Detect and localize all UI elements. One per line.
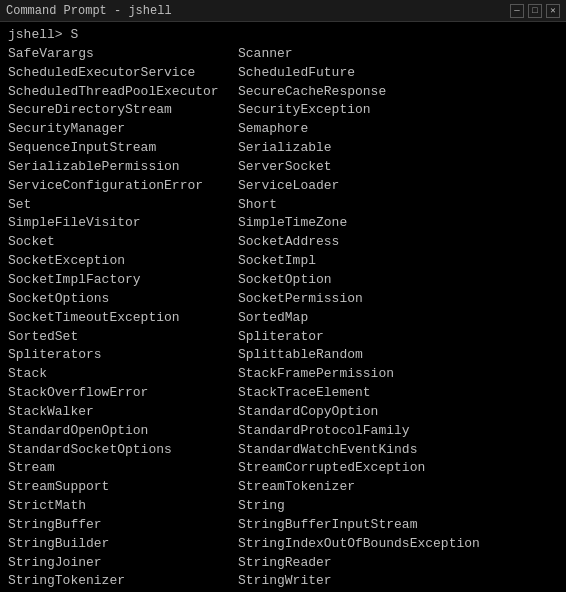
- title-bar-controls: — □ ✕: [510, 4, 560, 18]
- list-item: StandardOpenOption: [8, 422, 238, 441]
- list-item: StackFramePermission: [238, 365, 558, 384]
- list-item: ServerSocket: [238, 158, 558, 177]
- list-item: SecurityException: [238, 101, 558, 120]
- maximize-button[interactable]: □: [528, 4, 542, 18]
- table-row: ScheduledExecutorServiceScheduledFuture: [8, 64, 558, 83]
- list-item: StandardProtocolFamily: [238, 422, 558, 441]
- list-item: SequenceInputStream: [8, 139, 238, 158]
- table-row: StackOverflowErrorStackTraceElement: [8, 384, 558, 403]
- table-row: ScheduledThreadPoolExecutorSecureCacheRe…: [8, 83, 558, 102]
- terminal-content: jshell> S SafeVarargsScannerScheduledExe…: [0, 22, 566, 592]
- table-row: SerializablePermissionServerSocket: [8, 158, 558, 177]
- list-item: SortedMap: [238, 309, 558, 328]
- table-row: SocketImplFactorySocketOption: [8, 271, 558, 290]
- list-item: SecureCacheResponse: [238, 83, 558, 102]
- table-row: StringTokenizerStringWriter: [8, 572, 558, 591]
- list-item: StandardSocketOptions: [8, 441, 238, 460]
- list-item: StreamSupport: [8, 478, 238, 497]
- list-item: SocketOptions: [8, 290, 238, 309]
- list-item: StackOverflowError: [8, 384, 238, 403]
- list-item: SimpleFileVisitor: [8, 214, 238, 233]
- list-item: SocketTimeoutException: [8, 309, 238, 328]
- close-button[interactable]: ✕: [546, 4, 560, 18]
- table-row: SequenceInputStreamSerializable: [8, 139, 558, 158]
- table-row: SocketExceptionSocketImpl: [8, 252, 558, 271]
- list-item: StringWriter: [238, 572, 558, 591]
- list-item: SerializablePermission: [8, 158, 238, 177]
- list-item: Spliterator: [238, 328, 558, 347]
- title-bar: Command Prompt - jshell — □ ✕: [0, 0, 566, 22]
- list-item: SimpleTimeZone: [238, 214, 558, 233]
- list-item: StreamTokenizer: [238, 478, 558, 497]
- list-item: StringJoiner: [8, 554, 238, 573]
- table-row: SocketSocketAddress: [8, 233, 558, 252]
- table-row: SortedSetSpliterator: [8, 328, 558, 347]
- prompt-start: jshell> S: [8, 26, 558, 45]
- list-item: Stream: [8, 459, 238, 478]
- list-item: SocketPermission: [238, 290, 558, 309]
- list-item: Set: [8, 196, 238, 215]
- table-row: StreamStreamCorruptedException: [8, 459, 558, 478]
- list-item: StreamCorruptedException: [238, 459, 558, 478]
- table-row: ServiceConfigurationErrorServiceLoader: [8, 177, 558, 196]
- list-item: StringBuffer: [8, 516, 238, 535]
- table-row: StandardOpenOptionStandardProtocolFamily: [8, 422, 558, 441]
- list-item: SocketImpl: [238, 252, 558, 271]
- list-item: StringIndexOutOfBoundsException: [238, 535, 558, 554]
- list-item: ScheduledFuture: [238, 64, 558, 83]
- list-item: SocketImplFactory: [8, 271, 238, 290]
- list-item: String: [238, 497, 558, 516]
- list-item: StandardWatchEventKinds: [238, 441, 558, 460]
- list-item: SocketOption: [238, 271, 558, 290]
- table-row: SafeVarargsScanner: [8, 45, 558, 64]
- table-row: SetShort: [8, 196, 558, 215]
- list-item: SafeVarargs: [8, 45, 238, 64]
- list-item: StackTraceElement: [238, 384, 558, 403]
- table-row: StreamSupportStreamTokenizer: [8, 478, 558, 497]
- list-item: Spliterators: [8, 346, 238, 365]
- list-item: Serializable: [238, 139, 558, 158]
- table-row: SecurityManagerSemaphore: [8, 120, 558, 139]
- table-row: StringBufferStringBufferInputStream: [8, 516, 558, 535]
- list-item: Scanner: [238, 45, 558, 64]
- list-item: ScheduledThreadPoolExecutor: [8, 83, 238, 102]
- list-item: SocketException: [8, 252, 238, 271]
- table-row: SpliteratorsSplittableRandom: [8, 346, 558, 365]
- table-row: SecureDirectoryStreamSecurityException: [8, 101, 558, 120]
- list-item: Semaphore: [238, 120, 558, 139]
- list-item: Stack: [8, 365, 238, 384]
- table-row: StackWalkerStandardCopyOption: [8, 403, 558, 422]
- list-item: SortedSet: [8, 328, 238, 347]
- list-item: SocketAddress: [238, 233, 558, 252]
- list-item: StringBuilder: [8, 535, 238, 554]
- list-item: Short: [238, 196, 558, 215]
- table-row: StringJoinerStringReader: [8, 554, 558, 573]
- table-row: SocketOptionsSocketPermission: [8, 290, 558, 309]
- list-item: ServiceLoader: [238, 177, 558, 196]
- list-item: StackWalker: [8, 403, 238, 422]
- list-item: StringTokenizer: [8, 572, 238, 591]
- title-bar-text: Command Prompt - jshell: [6, 4, 172, 18]
- table-row: SocketTimeoutExceptionSortedMap: [8, 309, 558, 328]
- list-item: ScheduledExecutorService: [8, 64, 238, 83]
- table-row: StackStackFramePermission: [8, 365, 558, 384]
- list-item: SplittableRandom: [238, 346, 558, 365]
- list-item: StrictMath: [8, 497, 238, 516]
- minimize-button[interactable]: —: [510, 4, 524, 18]
- table-row: StandardSocketOptionsStandardWatchEventK…: [8, 441, 558, 460]
- table-row: StrictMathString: [8, 497, 558, 516]
- list-item: StringBufferInputStream: [238, 516, 558, 535]
- table-row: SimpleFileVisitorSimpleTimeZone: [8, 214, 558, 233]
- window: Command Prompt - jshell — □ ✕ jshell> S …: [0, 0, 566, 592]
- list-item: SecurityManager: [8, 120, 238, 139]
- list-item: StandardCopyOption: [238, 403, 558, 422]
- list-item: ServiceConfigurationError: [8, 177, 238, 196]
- list-item: SecureDirectoryStream: [8, 101, 238, 120]
- list-item: Socket: [8, 233, 238, 252]
- class-list: SafeVarargsScannerScheduledExecutorServi…: [8, 45, 558, 592]
- list-item: StringReader: [238, 554, 558, 573]
- table-row: StringBuilderStringIndexOutOfBoundsExcep…: [8, 535, 558, 554]
